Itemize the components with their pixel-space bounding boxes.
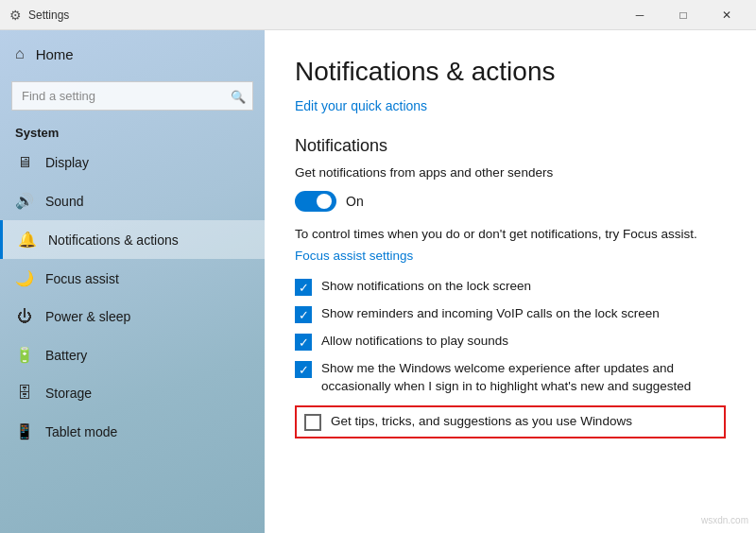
watermark: wsxdn.com xyxy=(701,515,748,525)
sidebar-item-focus[interactable]: 🌙 Focus assist xyxy=(0,259,265,298)
page-title: Notifications & actions xyxy=(295,57,726,87)
checkbox-lock-screen-label: Show notifications on the lock screen xyxy=(321,278,531,296)
checkbox-voip-label: Show reminders and incoming VoIP calls o… xyxy=(321,305,660,323)
search-input[interactable] xyxy=(11,81,253,111)
checkbox-welcome-label: Show me the Windows welcome experience a… xyxy=(321,360,726,396)
sound-icon: 🔊 xyxy=(15,192,34,210)
display-icon: 🖥 xyxy=(15,154,34,171)
checkbox-sounds[interactable]: ✓ xyxy=(295,334,312,351)
sidebar-item-storage-label: Storage xyxy=(45,386,92,401)
settings-app-icon: ⚙ xyxy=(8,8,23,23)
sidebar-item-display[interactable]: 🖥 Display xyxy=(0,144,265,181)
battery-icon: 🔋 xyxy=(15,346,34,364)
focus-assist-link[interactable]: Focus assist settings xyxy=(295,249,413,263)
home-label: Home xyxy=(36,46,74,62)
checkmark-icon: ✓ xyxy=(299,336,309,349)
notifications-icon: 🔔 xyxy=(18,231,37,249)
search-container: 🔍 xyxy=(11,81,253,111)
checkbox-voip[interactable]: ✓ xyxy=(295,306,312,323)
focus-icon: 🌙 xyxy=(15,269,34,287)
toggle-thumb xyxy=(317,194,332,209)
checkmark-icon: ✓ xyxy=(299,309,309,321)
checkbox-welcome[interactable]: ✓ xyxy=(295,361,312,378)
focus-assist-description: To control times when you do or don't ge… xyxy=(295,225,726,244)
sidebar: ⌂ Home 🔍 System 🖥 Display 🔊 Sound 🔔 Noti… xyxy=(0,30,265,533)
minimize-button[interactable]: ─ xyxy=(618,0,662,30)
notifications-description: Get notifications from apps and other se… xyxy=(295,165,726,180)
checkbox-row-sounds: ✓ Allow notifications to play sounds xyxy=(295,333,726,351)
sidebar-item-tablet[interactable]: 📱 Tablet mode xyxy=(0,412,265,451)
checkbox-sounds-label: Allow notifications to play sounds xyxy=(321,333,508,351)
notifications-section-title: Notifications xyxy=(295,136,726,156)
notifications-toggle[interactable] xyxy=(295,191,336,212)
sidebar-item-tablet-label: Tablet mode xyxy=(45,424,117,439)
power-icon: ⏻ xyxy=(15,308,34,325)
toggle-track xyxy=(295,191,336,212)
checkmark-icon: ✓ xyxy=(299,364,309,376)
sidebar-section-title: System xyxy=(0,118,265,144)
content-area: Notifications & actions Edit your quick … xyxy=(265,30,756,533)
sidebar-item-sound-label: Sound xyxy=(45,194,83,209)
checkbox-tips-label: Get tips, tricks, and suggestions as you… xyxy=(331,413,632,431)
sidebar-item-sound[interactable]: 🔊 Sound xyxy=(0,181,265,220)
titlebar: ⚙ Settings ─ □ ✕ xyxy=(0,0,756,30)
storage-icon: 🗄 xyxy=(15,385,34,402)
checkmark-icon: ✓ xyxy=(299,282,309,294)
sidebar-item-storage[interactable]: 🗄 Storage xyxy=(0,374,265,412)
checkbox-row-voip: ✓ Show reminders and incoming VoIP calls… xyxy=(295,305,726,323)
tips-checkbox-row-highlighted: Get tips, tricks, and suggestions as you… xyxy=(295,405,726,438)
sidebar-item-battery[interactable]: 🔋 Battery xyxy=(0,335,265,374)
tablet-icon: 📱 xyxy=(15,422,34,440)
maximize-button[interactable]: □ xyxy=(662,0,705,30)
sidebar-item-display-label: Display xyxy=(45,155,89,170)
notifications-toggle-row: On xyxy=(295,191,726,212)
titlebar-title: Settings xyxy=(28,9,618,22)
sidebar-item-notifications[interactable]: 🔔 Notifications & actions xyxy=(0,220,265,259)
checkbox-lock-screen[interactable]: ✓ xyxy=(295,279,312,296)
sidebar-item-power[interactable]: ⏻ Power & sleep xyxy=(0,298,265,335)
sidebar-item-battery-label: Battery xyxy=(45,348,87,363)
toggle-on-label: On xyxy=(346,194,364,209)
app-body: ⌂ Home 🔍 System 🖥 Display 🔊 Sound 🔔 Noti… xyxy=(0,30,756,533)
sidebar-item-home[interactable]: ⌂ Home xyxy=(0,30,265,77)
window-controls: ─ □ ✕ xyxy=(618,0,748,30)
quick-actions-link[interactable]: Edit your quick actions xyxy=(295,98,427,113)
sidebar-item-focus-label: Focus assist xyxy=(45,271,119,286)
checkbox-row-lock-screen: ✓ Show notifications on the lock screen xyxy=(295,278,726,296)
checkbox-row-welcome: ✓ Show me the Windows welcome experience… xyxy=(295,360,726,396)
close-button[interactable]: ✕ xyxy=(705,0,748,30)
home-icon: ⌂ xyxy=(15,45,25,62)
checkbox-tips[interactable] xyxy=(304,414,321,431)
sidebar-item-notifications-label: Notifications & actions xyxy=(48,232,179,248)
sidebar-item-power-label: Power & sleep xyxy=(45,309,130,324)
